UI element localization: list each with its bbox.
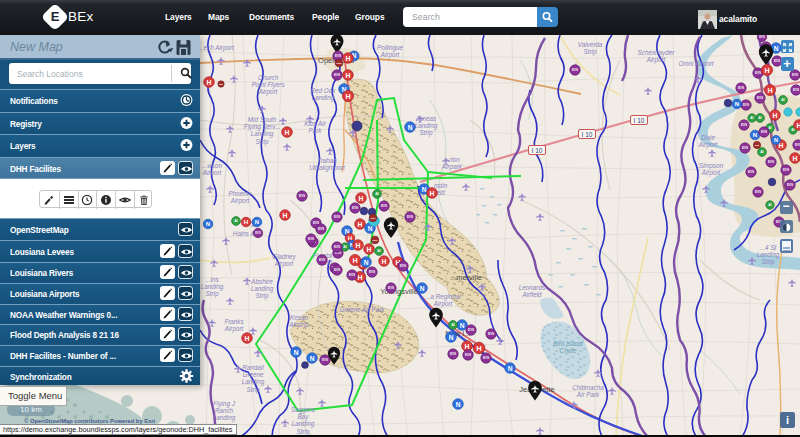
svg-text:EMS: EMS: [755, 144, 760, 146]
svg-text:N: N: [420, 285, 425, 292]
svg-text:N: N: [294, 349, 299, 356]
svg-text:EVS: EVS: [322, 358, 328, 362]
svg-text:EVS: EVS: [793, 88, 799, 92]
svg-text:EVS: EVS: [738, 86, 744, 90]
svg-text:N: N: [456, 401, 461, 408]
svg-text:H: H: [359, 195, 364, 202]
svg-text:I 10: I 10: [532, 147, 543, 154]
svg-text:EVS: EVS: [255, 231, 261, 235]
svg-text:H: H: [245, 335, 250, 342]
svg-text:H: H: [346, 72, 351, 79]
svg-text:EVS: EVS: [334, 245, 340, 249]
svg-text:EMS: EMS: [373, 239, 378, 241]
svg-text:N: N: [310, 355, 315, 362]
svg-text:EVS: EVS: [334, 73, 340, 77]
svg-text:Red OakLanding: Red OakLanding: [311, 87, 337, 102]
svg-text:H: H: [465, 343, 470, 350]
svg-text:EVS: EVS: [407, 215, 413, 219]
svg-text:N: N: [735, 101, 739, 107]
svg-text:EVS: EVS: [465, 353, 471, 357]
svg-text:...merville: ...merville: [450, 273, 482, 282]
svg-text:Greene Air Park: Greene Air Park: [340, 306, 386, 313]
svg-text:N: N: [460, 322, 465, 329]
svg-text:H: H: [283, 212, 288, 219]
svg-text:EVS: EVS: [308, 237, 314, 241]
svg-text:H: H: [367, 246, 372, 253]
svg-text:EVS: EVS: [335, 54, 341, 58]
svg-text:EVS: EVS: [759, 35, 765, 39]
svg-text:H: H: [764, 67, 769, 75]
svg-text:EVS: EVS: [783, 168, 789, 172]
svg-text:H: H: [345, 93, 350, 101]
svg-text:EVS: EVS: [352, 206, 358, 210]
svg-text:H: H: [244, 218, 248, 225]
svg-text:EVS: EVS: [468, 328, 474, 332]
svg-text:EVS: EVS: [334, 215, 340, 219]
svg-text:EVS: EVS: [381, 204, 387, 208]
svg-text:Al: Al: [791, 128, 794, 132]
svg-text:Al: Al: [781, 98, 785, 102]
svg-text:H: H: [793, 155, 798, 162]
svg-text:EVS: EVS: [741, 123, 747, 127]
svg-text:EVS: EVS: [761, 130, 767, 134]
svg-text:...wsonAirport: ...wsonAirport: [202, 162, 223, 177]
svg-text:N: N: [364, 259, 369, 266]
svg-text:EVS: EVS: [334, 268, 340, 272]
svg-text:H: H: [346, 55, 351, 62]
svg-text:H: H: [382, 258, 387, 265]
svg-text:N: N: [408, 124, 413, 131]
svg-text:H: H: [767, 87, 772, 95]
svg-text:...ech Airport: ...ech Airport: [198, 44, 234, 52]
svg-text:H: H: [476, 344, 481, 353]
svg-text:DixieAirport: DixieAirport: [698, 134, 718, 149]
svg-text:EVS: EVS: [795, 143, 800, 147]
svg-text:SimpsonAirport: SimpsonAirport: [699, 162, 724, 177]
svg-text:...rlonAirpark: ...rlonAirpark: [441, 156, 463, 171]
svg-text:KesanAirstrip: KesanAirstrip: [288, 314, 309, 329]
svg-text:H: H: [797, 122, 800, 129]
svg-text:N: N: [753, 132, 757, 138]
svg-text:EVS: EVS: [742, 146, 748, 150]
svg-text:EVS: EVS: [299, 194, 305, 198]
svg-text:EVS: EVS: [757, 96, 763, 100]
svg-text:Al: Al: [451, 323, 455, 327]
svg-text:EVS: EVS: [787, 183, 793, 187]
svg-text:EVS: EVS: [743, 103, 749, 107]
svg-text:H: H: [358, 221, 363, 228]
svg-text:N: N: [508, 365, 513, 372]
svg-text:H: H: [352, 257, 357, 265]
svg-text:N: N: [449, 334, 454, 341]
svg-text:Flying JRanchLanding: Flying JRanchLanding: [213, 400, 236, 422]
svg-text:EVS: EVS: [388, 286, 394, 290]
svg-text:I 10: I 10: [582, 131, 593, 138]
svg-text:Al: Al: [760, 150, 764, 154]
svg-text:EVS: EVS: [768, 160, 774, 164]
svg-text:EVS: EVS: [483, 356, 489, 360]
svg-text:PhoenixAirport: PhoenixAirport: [229, 190, 253, 205]
svg-text:Omni Airport: Omni Airport: [678, 60, 713, 68]
svg-text:Al: Al: [750, 116, 753, 120]
svg-text:H: H: [430, 190, 435, 197]
svg-text:EVS: EVS: [755, 71, 761, 75]
svg-text:EVS: EVS: [369, 270, 375, 274]
svg-text:EVS: EVS: [748, 170, 754, 174]
svg-text:GladneyAirport: GladneyAirport: [272, 253, 296, 268]
svg-text:I 10: I 10: [634, 117, 645, 124]
svg-text:Al: Al: [768, 203, 771, 207]
svg-text:EMS: EMS: [337, 62, 342, 64]
svg-text:H: H: [773, 112, 778, 119]
svg-text:N: N: [774, 45, 779, 52]
svg-text:N: N: [774, 137, 778, 143]
svg-text:EVS: EVS: [318, 227, 324, 231]
svg-text:EVS: EVS: [488, 332, 494, 336]
svg-text:Al: Al: [375, 192, 379, 196]
svg-text:N: N: [422, 186, 427, 193]
svg-text:FranksAirport: FranksAirport: [224, 318, 245, 333]
svg-text:EVS: EVS: [572, 68, 578, 72]
svg-text:EVS: EVS: [400, 264, 406, 268]
svg-text:Al: Al: [343, 245, 346, 249]
svg-text:H: H: [357, 274, 362, 282]
svg-text:EVS: EVS: [774, 59, 780, 63]
svg-text:H: H: [356, 242, 361, 249]
svg-text:Al: Al: [377, 249, 381, 253]
